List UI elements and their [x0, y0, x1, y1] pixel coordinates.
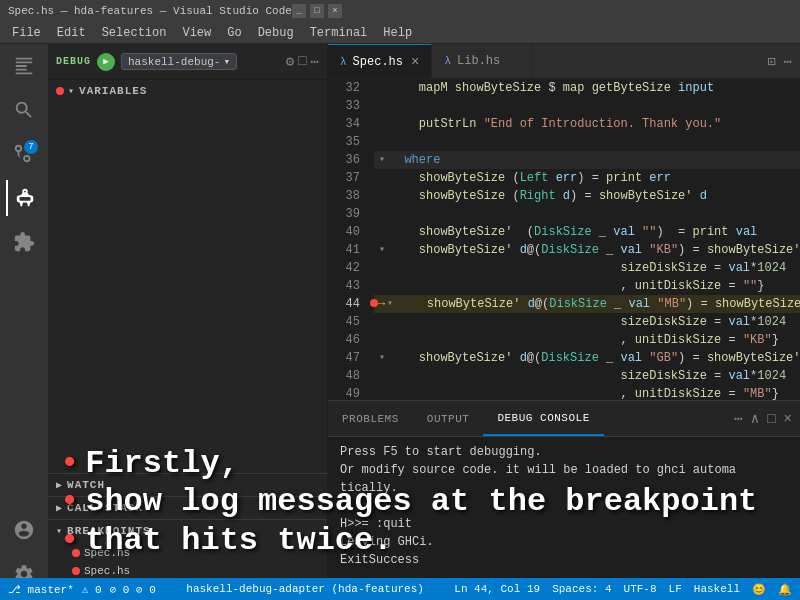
statusbar-language[interactable]: Haskell	[694, 583, 740, 595]
split-editor-icon[interactable]: ⊡	[767, 53, 775, 70]
panel-content: Press F5 to start debugging. Or modify s…	[328, 437, 800, 600]
debug-panel-icon[interactable]: □	[298, 53, 306, 70]
code-line-41: ▾ showByteSize' d@(DiskSize _ val "KB") …	[374, 241, 800, 259]
activity-explorer[interactable]	[6, 48, 42, 84]
breakpoints-header[interactable]: ▾ BREAKPOINTS	[48, 520, 327, 542]
debug-play-button[interactable]: ▶	[97, 53, 115, 71]
code-line-46: , unitDiskSize = "KB"}	[374, 331, 800, 349]
code-area[interactable]: mapM showByteSize $ map getByteSize inpu…	[370, 79, 800, 400]
fold-41[interactable]: ▾	[374, 242, 390, 258]
code-line-38: showByteSize (Right d) = showByteSize' d	[374, 187, 800, 205]
activity-extensions[interactable]	[6, 224, 42, 260]
panel-chevron-up-icon[interactable]: ∧	[751, 410, 759, 427]
statusbar-smiley-icon[interactable]: 😊	[752, 583, 766, 596]
panel-tab-problems[interactable]: PROBLEMS	[328, 401, 413, 436]
code-line-43: , unitDiskSize = ""}	[374, 277, 800, 295]
fold-47[interactable]: ▾	[374, 350, 390, 366]
maximize-button[interactable]: □	[310, 4, 324, 18]
breakpoints-chevron: ▾	[56, 525, 63, 537]
debug-settings-icon[interactable]: ⚙	[286, 53, 294, 70]
callstack-section: ▶ CALL STACK	[48, 496, 327, 519]
panel-close-icon[interactable]: ×	[784, 411, 792, 427]
code-line-33	[374, 97, 800, 115]
line-num-48: 48	[332, 367, 366, 385]
sidebar: DEBUG ▶ haskell-debug- ▾ ⚙ □ ⋯ ▾ VARIABL…	[48, 44, 328, 600]
tabbar: λ Spec.hs × λ Lib.hs ⊡ ⋯	[328, 44, 800, 79]
panel-split-icon[interactable]: □	[767, 411, 775, 427]
watch-label: WATCH	[67, 479, 105, 491]
menubar: File Edit Selection View Go Debug Termin…	[0, 22, 800, 44]
menu-view[interactable]: View	[174, 24, 219, 42]
debug-session-chevron: ▾	[223, 55, 230, 68]
menu-selection[interactable]: Selection	[94, 24, 175, 42]
menu-debug[interactable]: Debug	[250, 24, 302, 42]
tab-lib-icon: λ	[444, 55, 451, 67]
activity-search[interactable]	[6, 92, 42, 128]
line-num-47: 47	[332, 349, 366, 367]
panel-tab-output[interactable]: OUTPUT	[413, 401, 484, 436]
statusbar-branch[interactable]: ⎇ master*	[8, 583, 74, 596]
breakpoints-label: BREAKPOINTS	[67, 525, 151, 537]
statusbar-encoding[interactable]: UTF-8	[624, 583, 657, 595]
tab-spec-close[interactable]: ×	[411, 54, 419, 70]
tab-lib[interactable]: λ Lib.hs	[432, 44, 532, 78]
statusbar-spaces[interactable]: Spaces: 4	[552, 583, 611, 595]
watch-section: ▶ WATCH	[48, 473, 327, 496]
statusbar-errors[interactable]: ⚠ 0	[82, 583, 102, 596]
tabbar-actions: ⊡ ⋯	[767, 44, 800, 78]
watch-header[interactable]: ▶ WATCH	[48, 474, 327, 496]
code-line-37: showByteSize (Left err) = print err	[374, 169, 800, 187]
statusbar-center: haskell-debug-adapter (hda-features)	[156, 583, 454, 595]
panel-line-7: ExitSuccess	[340, 551, 788, 569]
callstack-chevron: ▶	[56, 502, 63, 514]
tab-spec[interactable]: λ Spec.hs ×	[328, 44, 432, 78]
minimize-button[interactable]: _	[292, 4, 306, 18]
line-num-42: 42	[332, 259, 366, 277]
statusbar-warnings[interactable]: ⊘ 0 ⊘ 0	[110, 583, 156, 596]
variables-header[interactable]: ▾ VARIABLES	[48, 80, 327, 102]
menu-terminal[interactable]: Terminal	[302, 24, 376, 42]
statusbar: ⎇ master* ⚠ 0 ⊘ 0 ⊘ 0 haskell-debug-adap…	[0, 578, 800, 600]
code-line-32: mapM showByteSize $ map getByteSize inpu…	[374, 79, 800, 97]
statusbar-right: Ln 44, Col 19 Spaces: 4 UTF-8 LF Haskell…	[454, 583, 792, 596]
close-button[interactable]: ×	[328, 4, 342, 18]
variables-label: VARIABLES	[79, 85, 147, 97]
panel-line-1: Press F5 to start debugging.	[340, 443, 788, 461]
debug-session-selector[interactable]: haskell-debug- ▾	[121, 53, 237, 70]
panel-tabs: PROBLEMS OUTPUT DEBUG CONSOLE ⋯ ∧ □ ×	[328, 401, 800, 437]
line-num-36: 36	[332, 151, 366, 169]
titlebar-controls[interactable]: _ □ ×	[292, 4, 342, 18]
panel-line-6: Leaving GHCi.	[340, 533, 788, 551]
panel-more-icon[interactable]: ⋯	[734, 410, 742, 427]
fold-36[interactable]: ▾	[374, 152, 390, 168]
statusbar-position[interactable]: Ln 44, Col 19	[454, 583, 540, 595]
menu-go[interactable]: Go	[219, 24, 249, 42]
line-num-40: 40	[332, 223, 366, 241]
panel-line-4	[340, 497, 788, 515]
line-num-34: 34	[332, 115, 366, 133]
line-num-38: 38	[332, 187, 366, 205]
editor-content: 32 33 34 35 36 37 38 39 40 41 42 43 44 4…	[328, 79, 800, 400]
debug-more-icon[interactable]: ⋯	[311, 53, 319, 70]
callstack-header[interactable]: ▶ CALL STACK	[48, 497, 327, 519]
variables-chevron: ▾	[68, 85, 75, 97]
debug-toolbar-icons: ⚙ □ ⋯	[286, 53, 319, 70]
tab-spec-label: Spec.hs	[353, 55, 403, 69]
statusbar-eol[interactable]: LF	[669, 583, 682, 595]
panel-line-5: H>>= :quit	[340, 515, 788, 533]
titlebar-title: Spec.hs — hda-features — Visual Studio C…	[8, 5, 292, 17]
panel-tab-debug-console[interactable]: DEBUG CONSOLE	[483, 401, 603, 436]
more-actions-icon[interactable]: ⋯	[784, 53, 792, 70]
statusbar-bell-icon[interactable]: 🔔	[778, 583, 792, 596]
line-num-37: 37	[332, 169, 366, 187]
code-line-47: ▾ showByteSize' d@(DiskSize _ val "GB") …	[374, 349, 800, 367]
line-num-39: 39	[332, 205, 366, 223]
menu-edit[interactable]: Edit	[49, 24, 94, 42]
breakpoint-item[interactable]: Spec.hs	[72, 544, 319, 562]
menu-help[interactable]: Help	[375, 24, 420, 42]
activity-source-control[interactable]: 7	[6, 136, 42, 172]
activity-debug[interactable]	[6, 180, 42, 216]
menu-file[interactable]: File	[4, 24, 49, 42]
activity-account[interactable]	[6, 512, 42, 548]
tab-spec-icon: λ	[340, 56, 347, 68]
